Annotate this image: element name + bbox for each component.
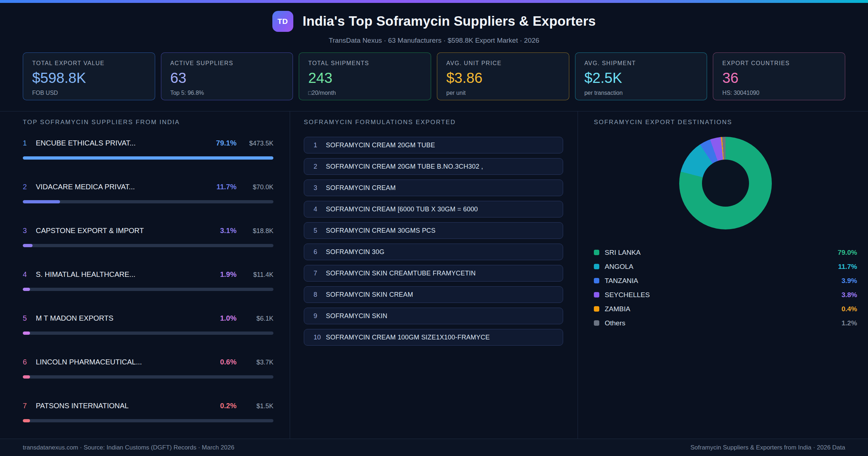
supplier-share-pct: 79.1% xyxy=(216,139,237,147)
legend-item[interactable]: Others1.2% xyxy=(594,316,857,330)
supplier-row[interactable]: 5M T MADON EXPORTS1.0%$6.1K xyxy=(23,314,273,335)
supplier-share-pct: 1.0% xyxy=(220,314,237,322)
supplier-row[interactable]: 4S. HIMATLAL HEALTHCARE...1.9%$11.4K xyxy=(23,270,273,291)
supplier-share-bar-fill xyxy=(23,419,30,422)
formulation-rank: 4 xyxy=(314,206,326,213)
supplier-name: M T MADON EXPORTS xyxy=(36,314,113,322)
formulation-name: SOFRAMYCIN 30G xyxy=(326,248,384,256)
supplier-share-bar xyxy=(23,200,273,203)
formulation-name: SOFRAMYCIN SKIN CREAM xyxy=(326,291,413,299)
formulation-item[interactable]: 1SOFRAMYCIN CREAM 20GM TUBE xyxy=(304,137,563,153)
footer-report-text: Soframycin Suppliers & Exporters from In… xyxy=(690,444,845,451)
formulation-rank: 10 xyxy=(314,334,326,341)
stat-value: $2.5K xyxy=(584,70,698,86)
legend-item[interactable]: SEYCHELLES3.8% xyxy=(594,288,857,302)
supplier-row[interactable]: 1ENCUBE ETHICALS PRIVAT...79.1%$473.5K xyxy=(23,139,273,160)
formulation-item[interactable]: 4SOFRAMYCIN CREAM [6000 TUB X 30GM = 600… xyxy=(304,201,563,218)
supplier-row-header: 5M T MADON EXPORTS1.0%$6.1K xyxy=(23,314,273,322)
stat-sub: FOB USD xyxy=(32,90,146,96)
header-subtitle: TransData Nexus · 63 Manufacturers · $59… xyxy=(0,37,868,45)
supplier-name: LINCOLN PHARMACEUTICAL... xyxy=(36,358,142,366)
destinations-panel: SOFRAMYCIN EXPORT DESTINATIONS SRI LANKA… xyxy=(578,111,868,439)
supplier-row-header: 6LINCOLN PHARMACEUTICAL...0.6%$3.7K xyxy=(23,358,273,366)
legend-swatch-icon xyxy=(594,292,599,297)
supplier-name: S. HIMATLAL HEALTHCARE... xyxy=(36,270,135,279)
supplier-share-pct: 0.6% xyxy=(220,358,237,366)
formulation-item[interactable]: 7SOFRAMYCIN SKIN CREAMTUBE FRAMYCETIN xyxy=(304,265,563,282)
supplier-share-bar xyxy=(23,288,273,291)
legend-country-label: SEYCHELLES xyxy=(605,291,650,299)
formulation-item[interactable]: 6SOFRAMYCIN 30G xyxy=(304,244,563,260)
legend-item[interactable]: TANZANIA3.9% xyxy=(594,274,857,288)
supplier-share-pct: 1.9% xyxy=(220,270,237,279)
supplier-share-bar-fill xyxy=(23,332,30,335)
legend-country-label: Others xyxy=(605,319,625,327)
formulation-name: SOFRAMYCIN CREAM [6000 TUB X 30GM = 6000 xyxy=(326,206,478,213)
formulation-item[interactable]: 5SOFRAMYCIN CREAM 30GMS PCS xyxy=(304,222,563,239)
supplier-name: VIDACARE MEDICA PRIVAT... xyxy=(36,183,135,191)
formulation-item[interactable]: 2SOFRAMYCIN CREAM 20GM TUBE B.NO.3CH302 … xyxy=(304,158,563,175)
stat-card: AVG. SHIPMENT$2.5Kper transaction xyxy=(575,52,707,100)
supplier-row[interactable]: 2VIDACARE MEDICA PRIVAT...11.7%$70.0K xyxy=(23,183,273,203)
suppliers-section-title: TOP SOFRAMYCIN SUPPLIERS FROM INDIA xyxy=(23,119,273,126)
legend-country-label: ZAMBIA xyxy=(605,305,630,313)
supplier-share-bar-fill xyxy=(23,244,33,247)
stat-value: $3.86 xyxy=(446,70,560,86)
legend-item[interactable]: ZAMBIA0.4% xyxy=(594,302,857,316)
destinations-legend: SRI LANKA79.0%ANGOLA11.7%TANZANIA3.9%SEY… xyxy=(594,245,857,330)
stat-label: TOTAL SHIPMENTS xyxy=(308,60,422,67)
stat-label: ACTIVE SUPPLIERS xyxy=(170,60,284,67)
supplier-row[interactable]: 7PATSONS INTERNATIONAL0.2%$1.5K xyxy=(23,402,273,422)
formulation-rank: 2 xyxy=(314,163,326,170)
supplier-share-bar xyxy=(23,375,273,379)
page-title: India's Top Soframycin Suppliers & Expor… xyxy=(303,14,596,29)
header: TD India's Top Soframycin Suppliers & Ex… xyxy=(0,3,868,45)
stat-cards-row: TOTAL EXPORT VALUE$598.8KFOB USDACTIVE S… xyxy=(23,52,845,100)
stat-value: 63 xyxy=(170,70,284,86)
supplier-export-value: $18.8K xyxy=(242,227,273,235)
formulation-rank: 8 xyxy=(314,291,326,299)
supplier-row-header: 2VIDACARE MEDICA PRIVAT...11.7%$70.0K xyxy=(23,183,273,191)
legend-item[interactable]: SRI LANKA79.0% xyxy=(594,245,857,259)
supplier-export-value: $11.4K xyxy=(242,271,273,279)
formulation-rank: 9 xyxy=(314,312,326,320)
supplier-rank: 3 xyxy=(23,227,32,235)
stat-value: 36 xyxy=(722,70,836,86)
formulation-item[interactable]: 8SOFRAMYCIN SKIN CREAM xyxy=(304,286,563,303)
footer-source-text: transdatanexus.com · Source: Indian Cust… xyxy=(23,444,234,451)
legend-swatch-icon xyxy=(594,278,599,283)
stat-label: TOTAL EXPORT VALUE xyxy=(32,60,146,67)
supplier-share-bar-fill xyxy=(23,200,60,203)
legend-item[interactable]: ANGOLA11.7% xyxy=(594,259,857,274)
stat-card: TOTAL EXPORT VALUE$598.8KFOB USD xyxy=(23,52,155,100)
stat-card: TOTAL SHIPMENTS243□20/month xyxy=(299,52,431,100)
supplier-name: PATSONS INTERNATIONAL xyxy=(36,402,129,410)
formulation-item[interactable]: 10SOFRAMYCIN CREAM 100GM SIZE1X100-FRAMY… xyxy=(304,329,563,346)
supplier-row[interactable]: 6LINCOLN PHARMACEUTICAL...0.6%$3.7K xyxy=(23,358,273,379)
legend-swatch-icon xyxy=(594,306,599,312)
formulation-name: SOFRAMYCIN CREAM xyxy=(326,184,396,192)
dashboard-page: TD India's Top Soframycin Suppliers & Ex… xyxy=(0,0,868,456)
supplier-rank: 7 xyxy=(23,402,32,410)
formulation-name: SOFRAMYCIN SKIN xyxy=(326,312,387,320)
supplier-share-bar-fill xyxy=(23,288,30,291)
stat-label: AVG. UNIT PRICE xyxy=(446,60,560,67)
supplier-share-pct: 0.2% xyxy=(220,402,237,410)
stat-sub: per transaction xyxy=(584,90,698,96)
legend-country-label: TANZANIA xyxy=(605,277,638,285)
formulation-name: SOFRAMYCIN CREAM 30GMS PCS xyxy=(326,227,435,235)
formulation-name: SOFRAMYCIN SKIN CREAMTUBE FRAMYCETIN xyxy=(326,270,476,277)
formulation-rank: 1 xyxy=(314,142,326,149)
formulation-item[interactable]: 3SOFRAMYCIN CREAM xyxy=(304,180,563,196)
stat-value: $598.8K xyxy=(32,70,146,86)
main-content: TOP SOFRAMYCIN SUPPLIERS FROM INDIA 1ENC… xyxy=(0,111,868,439)
stat-label: AVG. SHIPMENT xyxy=(584,60,698,67)
legend-share-pct: 3.9% xyxy=(842,277,857,285)
supplier-share-pct: 11.7% xyxy=(216,183,237,191)
formulation-rank: 3 xyxy=(314,184,326,192)
formulation-item[interactable]: 9SOFRAMYCIN SKIN xyxy=(304,308,563,324)
footer: transdatanexus.com · Source: Indian Cust… xyxy=(0,439,868,456)
formulations-list: 1SOFRAMYCIN CREAM 20GM TUBE2SOFRAMYCIN C… xyxy=(304,137,563,346)
formulations-panel: SOFRAMYCIN FORMULATIONS EXPORTED 1SOFRAM… xyxy=(290,111,578,439)
supplier-row[interactable]: 3CAPSTONE EXPORT & IMPORT3.1%$18.8K xyxy=(23,227,273,247)
